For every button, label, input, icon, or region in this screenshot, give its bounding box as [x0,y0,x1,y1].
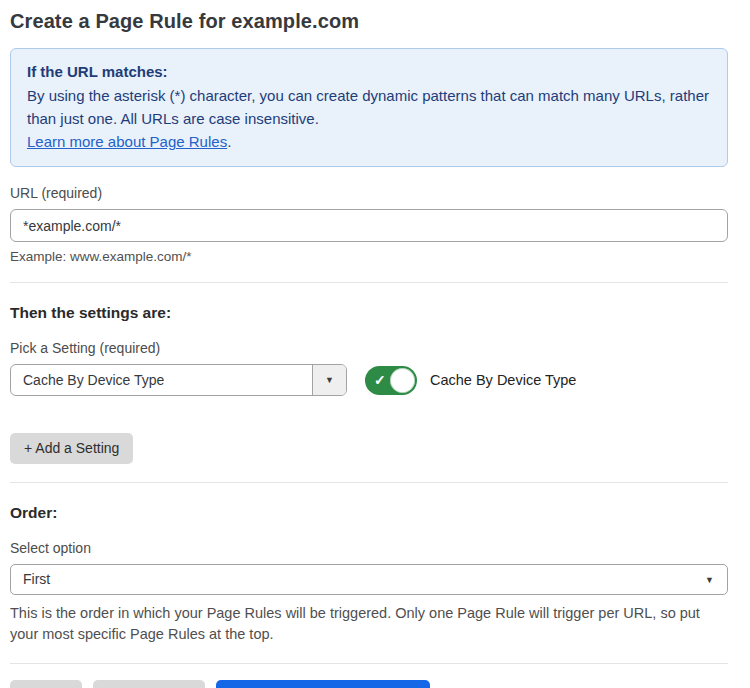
chevron-down-icon: ▼ [705,575,714,585]
order-helper-text: This is the order in which your Page Rul… [10,603,728,645]
add-setting-button[interactable]: + Add a Setting [10,433,133,464]
cancel-button[interactable]: Cancel [10,680,82,688]
page-title: Create a Page Rule for example.com [10,10,728,33]
check-icon: ✓ [374,373,386,387]
info-box-link-line: Learn more about Page Rules. [27,130,711,153]
toggle-label: Cache By Device Type [430,372,576,388]
url-example-helper: Example: www.example.com/* [10,249,728,264]
info-box-heading: If the URL matches: [27,60,711,83]
cache-device-type-toggle[interactable]: ✓ [365,366,417,395]
divider-settings [10,282,728,283]
footer-actions: Cancel Save as Draft Save and Deploy Pag… [10,680,728,688]
settings-section-heading: Then the settings are: [10,304,728,322]
chevron-down-icon[interactable]: ▼ [312,365,346,395]
order-section-heading: Order: [10,504,728,522]
setting-dropdown[interactable]: Cache By Device Type ▼ [10,364,347,396]
info-box-body: By using the asterisk (*) character, you… [27,84,711,130]
save-as-draft-button[interactable]: Save as Draft [93,680,206,688]
setting-dropdown-value: Cache By Device Type [11,365,312,395]
divider-order [10,482,728,483]
url-match-info-box: If the URL matches: By using the asteris… [10,48,728,167]
divider-footer [10,663,728,664]
link-period: . [227,133,231,150]
pick-setting-label: Pick a Setting (required) [10,340,728,356]
order-select-label: Select option [10,540,728,556]
learn-more-link[interactable]: Learn more about Page Rules [27,133,227,150]
order-select[interactable]: First ▼ [10,564,728,595]
url-input[interactable] [10,209,728,242]
save-and-deploy-button[interactable]: Save and Deploy Page Rule [216,680,430,688]
order-select-value: First [11,565,727,594]
url-field-label: URL (required) [10,185,728,201]
page-rule-form: Create a Page Rule for example.com If th… [10,10,728,688]
setting-row: Cache By Device Type ▼ ✓ Cache By Device… [10,364,728,396]
toggle-knob [390,368,415,393]
